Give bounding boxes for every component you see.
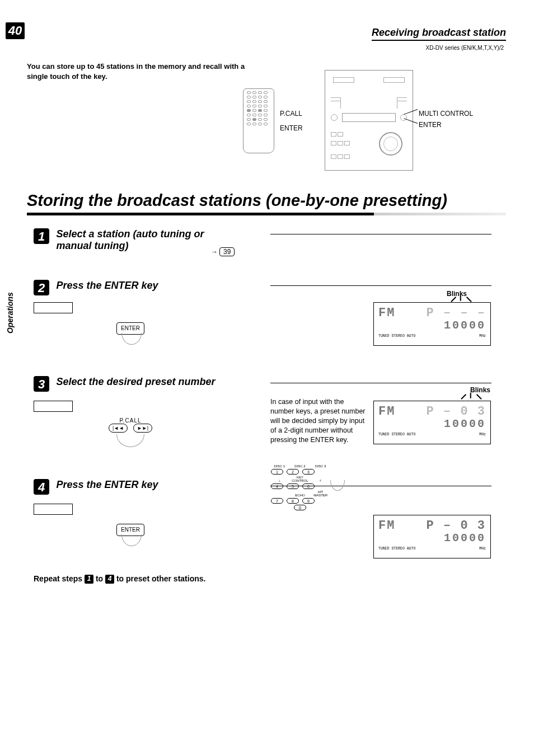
placeholder-rect xyxy=(34,302,73,313)
lcd-band: FM xyxy=(378,405,395,419)
lcd-preset: P – – – xyxy=(427,306,486,320)
lcd-unit: MHz xyxy=(479,547,486,551)
lcd-status: TUNED STEREO AUTO xyxy=(378,547,415,551)
step-title: Press the ENTER key xyxy=(56,280,158,292)
repeat-text: Repeat steps xyxy=(34,574,85,583)
lcd-band: FM xyxy=(378,519,395,533)
pad-label: DISC 2 xyxy=(292,464,309,468)
step-4: Press the ENTER key xyxy=(34,479,246,495)
inline-step-ref: 1 xyxy=(85,575,93,584)
divider-line xyxy=(270,234,491,234)
lcd-frequency: 10000 xyxy=(378,532,486,544)
pad-btn: 3 xyxy=(302,469,315,475)
enter-button-icon: ENTER xyxy=(116,322,144,335)
pad-label: DISC 3 xyxy=(312,464,329,468)
repeat-text: to preset other stations. xyxy=(116,574,205,583)
lcd-display-1: FMP – – – 10000 TUNED STEREO AUTOMHz xyxy=(373,302,491,346)
lcd-status: TUNED STEREO AUTO xyxy=(378,334,415,338)
blinks-label: Blinks xyxy=(470,386,490,394)
number-pad-icon: DISC 1DISC 2DISC 3 123 ♭KEY CONTROL♯ 456… xyxy=(271,464,329,511)
intro-text: You can store up to 45 stations in the m… xyxy=(27,62,251,81)
lcd-display-3: FMP – 0 3 10000 TUNED STEREO AUTOMHz xyxy=(373,515,491,558)
remote-label-enter: ENTER xyxy=(280,124,303,132)
step-number-icon xyxy=(34,479,49,495)
pcall-buttons-icon: P.CALL |◄◄ ►►| xyxy=(109,417,152,433)
next-icon: ►►| xyxy=(133,424,152,433)
remote-label-pcall: P.CALL xyxy=(280,110,302,118)
pad-label: ECHO xyxy=(292,494,309,497)
step-number-icon xyxy=(34,228,49,244)
unit-label-enter: ENTER xyxy=(419,121,442,129)
page-reference-39: 39 xyxy=(219,247,235,256)
pad-label: HIT MASTER xyxy=(312,490,329,497)
step-2: Press the ENTER key xyxy=(34,280,246,295)
pad-btn: 5 xyxy=(287,483,299,489)
prev-icon: |◄◄ xyxy=(109,424,128,433)
pad-btn: 6 xyxy=(302,483,315,489)
repeat-text: to xyxy=(96,574,105,583)
placeholder-rect xyxy=(34,401,73,412)
title-underline xyxy=(27,213,506,215)
pad-btn: 1 xyxy=(271,469,283,475)
pad-btn: 8 xyxy=(287,498,299,504)
main-unit-diagram xyxy=(325,70,413,171)
lcd-preset: P – 0 3 xyxy=(427,519,486,533)
remote-diagram xyxy=(243,88,274,153)
lcd-preset: P – 0 3 xyxy=(427,405,486,419)
step-number-icon xyxy=(34,376,49,392)
pad-label: ♯ xyxy=(312,478,329,482)
step-title: Select the desired preset number xyxy=(56,376,215,388)
side-tab-operations: Operations xyxy=(6,266,15,334)
step-title: Select a station (auto tuning or manual … xyxy=(56,228,235,252)
lcd-status: TUNED STEREO AUTO xyxy=(378,433,415,436)
section-header: Receiving broadcast station xyxy=(372,27,506,41)
pad-btn: 9 xyxy=(302,498,315,504)
pad-btn: 4 xyxy=(271,483,283,489)
note-text: In case of input with the number keys, a… xyxy=(270,397,366,444)
lcd-display-2: FMP – 0 3 10000 TUNED STEREO AUTOMHz xyxy=(373,401,491,444)
lcd-unit: MHz xyxy=(479,334,486,338)
pad-btn: 7 xyxy=(271,498,283,504)
inline-step-ref: 4 xyxy=(105,575,114,584)
enter-button-icon: ENTER xyxy=(116,524,144,536)
pcall-label: P.CALL xyxy=(109,417,152,424)
pad-label: ♭ xyxy=(271,478,288,482)
pad-btn: 2 xyxy=(287,469,299,475)
step-3: Select the desired preset number xyxy=(34,376,246,392)
lcd-frequency: 10000 xyxy=(378,319,486,332)
lcd-band: FM xyxy=(378,306,395,320)
lcd-unit: MHz xyxy=(479,433,486,436)
divider-line xyxy=(270,285,491,286)
pad-label: KEY CONTROL xyxy=(292,476,309,482)
repeat-note: Repeat steps 1 to 4 to preset other stat… xyxy=(34,573,245,585)
placeholder-rect xyxy=(34,504,73,515)
pad-label: DISC 1 xyxy=(271,464,288,468)
lcd-frequency: 10000 xyxy=(378,417,486,430)
unit-label-multicontrol: MULTI CONTROL xyxy=(419,110,473,118)
main-title: Storing the broadcast stations (one-by-o… xyxy=(27,191,447,210)
blinks-label: Blinks xyxy=(447,290,467,298)
page-number-tab: 40 xyxy=(6,22,25,39)
pad-btn: 0 xyxy=(294,505,306,510)
divider-line xyxy=(270,383,491,383)
step-number-icon xyxy=(34,280,49,295)
doc-code: XD-DV series (EN/K,M,T,X,Y)/2 xyxy=(426,45,504,51)
step-title: Press the ENTER key xyxy=(56,479,158,491)
